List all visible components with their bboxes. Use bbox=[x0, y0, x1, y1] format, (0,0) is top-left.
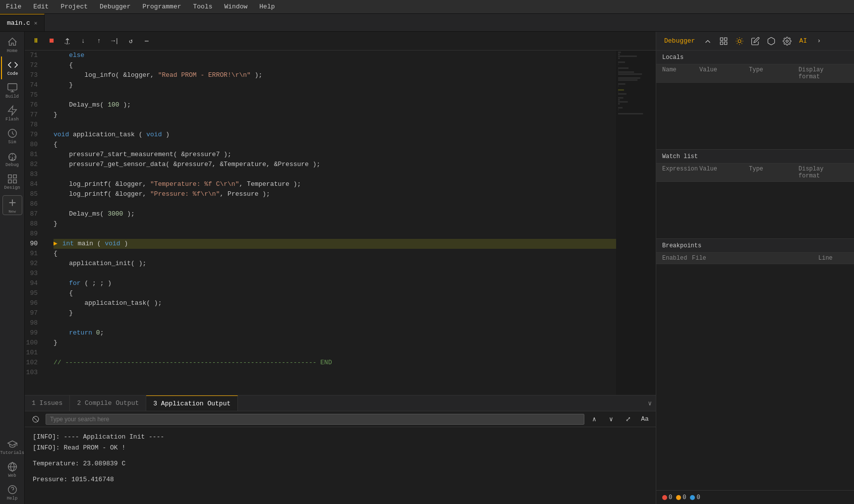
locals-header: Locals bbox=[656, 51, 854, 64]
menu-debugger[interactable]: Debugger bbox=[98, 2, 132, 11]
right-btn-ai[interactable]: AI bbox=[796, 34, 810, 48]
bp-table-header: Enabled File Line bbox=[656, 253, 854, 264]
error-indicator: 0 bbox=[662, 494, 672, 501]
right-toolbar: Debugger AI › bbox=[656, 32, 854, 51]
tab-main-c[interactable]: main.c ✕ bbox=[0, 14, 45, 31]
sidebar-item-home[interactable]: Home bbox=[1, 34, 24, 56]
code-line-101 bbox=[54, 348, 616, 358]
menu-window[interactable]: Window bbox=[223, 2, 250, 11]
sidebar-item-debug[interactable]: Debug bbox=[1, 148, 24, 170]
right-btn-1[interactable] bbox=[701, 34, 715, 48]
col-value: Value bbox=[699, 66, 749, 80]
output-line: [INFO]: ---- Application Init ---- bbox=[33, 431, 648, 442]
prev-match-button[interactable]: ∧ bbox=[587, 412, 601, 426]
sidebar-item-code[interactable]: Code bbox=[1, 56, 24, 79]
right-btn-settings[interactable] bbox=[780, 34, 794, 48]
bottom-tabs: 1 Issues 2 Compile Output 3 Application … bbox=[25, 395, 656, 411]
svg-point-21 bbox=[738, 40, 741, 43]
debug-toolbar: ⏸ ⏹ ↓ ↑ →| ↺ ⋯ bbox=[25, 32, 656, 51]
sidebar-item-new[interactable]: New bbox=[2, 195, 22, 215]
col-display: Display format bbox=[798, 66, 848, 80]
debugger-label: Debugger bbox=[660, 37, 699, 45]
code-line-89 bbox=[54, 229, 616, 239]
output-area: [INFO]: ---- Application Init ----[INFO]… bbox=[25, 427, 656, 504]
code-line-73: log_info( &logger, "Read PROM - ERROR!\r… bbox=[54, 70, 616, 80]
code-line-91: { bbox=[54, 249, 616, 259]
bp-header: Breakpoints bbox=[656, 239, 854, 253]
restart-button[interactable]: ↺ bbox=[124, 34, 138, 48]
menu-bar: File Edit Project Debugger Programmer To… bbox=[0, 0, 854, 14]
menu-tools[interactable]: Tools bbox=[191, 2, 214, 11]
code-line-88: } bbox=[54, 219, 616, 229]
more-debug-options[interactable]: ⋯ bbox=[140, 34, 154, 48]
warning-count: 0 bbox=[683, 494, 686, 501]
clear-output-button[interactable] bbox=[29, 412, 43, 426]
output-line: Pressure: 1015.416748 bbox=[33, 474, 648, 485]
code-line-100: } bbox=[54, 338, 616, 348]
code-line-81: pressure7_start_measurement( &pressure7 … bbox=[54, 150, 616, 160]
expand-search-button[interactable]: ⤢ bbox=[621, 412, 635, 426]
tab-close-icon[interactable]: ✕ bbox=[34, 20, 38, 26]
code-line-96: application_task( ); bbox=[54, 298, 616, 308]
right-btn-3d[interactable] bbox=[764, 34, 778, 48]
watch-section: Watch list Expression Value Type Display… bbox=[656, 150, 854, 239]
code-line-94: for ( ; ; ) bbox=[54, 279, 616, 288]
code-line-103 bbox=[54, 368, 616, 378]
step-over-button[interactable] bbox=[60, 34, 74, 48]
code-line-82: pressure7_get_sensor_data( &pressure7, &… bbox=[54, 160, 616, 169]
sidebar-item-build[interactable]: Build bbox=[1, 79, 24, 102]
collapse-panel-button[interactable]: ∨ bbox=[644, 399, 656, 407]
col-type: Type bbox=[749, 66, 798, 80]
right-btn-debug-active[interactable] bbox=[733, 34, 746, 48]
output-line: [INFO]: Read PROM - OK ! bbox=[33, 442, 648, 453]
output-line: Temperature: 23.089839 C bbox=[33, 458, 648, 469]
sidebar-item-sim[interactable]: Sim bbox=[1, 125, 24, 148]
tab-compile[interactable]: 2 Compile Output bbox=[70, 395, 146, 411]
match-case-button[interactable]: Aa bbox=[638, 412, 652, 426]
right-btn-arrow[interactable]: › bbox=[812, 34, 826, 48]
menu-help[interactable]: Help bbox=[257, 2, 277, 11]
watch-table-header: Expression Value Type Display format bbox=[656, 164, 854, 182]
stop-button[interactable]: ⏹ bbox=[45, 34, 58, 48]
warning-indicator: 0 bbox=[676, 494, 686, 501]
tab-appout[interactable]: 3 Application Output bbox=[146, 395, 238, 411]
menu-file[interactable]: File bbox=[4, 2, 23, 11]
bottom-toolbar: ∧ ∨ ⤢ Aa bbox=[25, 411, 656, 427]
sidebar-item-design[interactable]: Design bbox=[1, 170, 24, 193]
svg-rect-19 bbox=[721, 42, 723, 44]
code-line-90: ▶ int main ( void ) bbox=[54, 239, 616, 249]
menu-programmer[interactable]: Programmer bbox=[140, 2, 183, 11]
step-out-button[interactable]: ↑ bbox=[92, 34, 106, 48]
col-watch-display: Display format bbox=[798, 166, 848, 179]
error-count: 0 bbox=[669, 494, 672, 501]
locals-table-header: Name Value Type Display format bbox=[656, 64, 854, 83]
step-into-button[interactable]: ↓ bbox=[76, 34, 90, 48]
code-editor[interactable]: 7172737475767778798081828384858687888990… bbox=[25, 51, 616, 395]
pause-button[interactable]: ⏸ bbox=[29, 34, 43, 48]
bp-label: Breakpoints bbox=[662, 242, 701, 249]
sidebar-item-web[interactable]: Web bbox=[1, 458, 24, 481]
right-btn-2[interactable] bbox=[717, 34, 731, 48]
warning-dot bbox=[676, 495, 681, 500]
svg-rect-18 bbox=[725, 38, 727, 40]
tab-label: main.c bbox=[7, 19, 30, 27]
code-line-97: } bbox=[54, 308, 616, 318]
right-btn-edit[interactable] bbox=[748, 34, 762, 48]
line-numbers: 7172737475767778798081828384858687888990… bbox=[25, 51, 50, 395]
sidebar-item-help[interactable]: Help bbox=[1, 481, 24, 504]
locals-section: Locals Name Value Type Display format bbox=[656, 51, 854, 150]
run-to-cursor-button[interactable]: →| bbox=[108, 34, 122, 48]
menu-edit[interactable]: Edit bbox=[31, 2, 51, 11]
watch-header: Watch list bbox=[656, 150, 854, 164]
next-match-button[interactable]: ∨ bbox=[604, 412, 618, 426]
code-line-80: { bbox=[54, 140, 616, 150]
code-line-79: void application_task ( void ) bbox=[54, 130, 616, 140]
info-count: 0 bbox=[696, 494, 700, 501]
code-line-85: log_printf( &logger, "Pressure: %f\r\n",… bbox=[54, 189, 616, 199]
tab-issues[interactable]: 1 Issues bbox=[25, 395, 70, 411]
sidebar-item-tutorials[interactable]: Tutorials bbox=[1, 436, 24, 458]
sidebar-item-flash[interactable]: Flash bbox=[1, 102, 24, 125]
search-input[interactable] bbox=[46, 414, 584, 425]
svg-point-22 bbox=[786, 40, 789, 42]
menu-project[interactable]: Project bbox=[58, 2, 90, 11]
